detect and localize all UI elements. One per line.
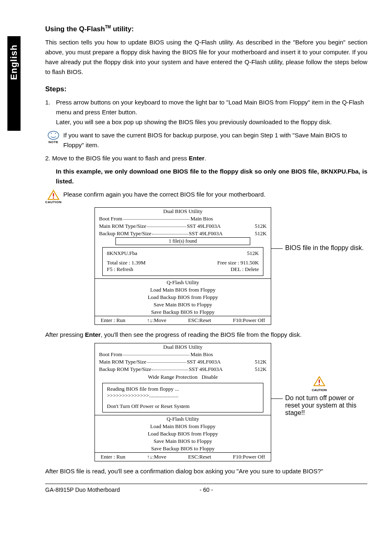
annotation-bios-file: BIOS file in the floppy disk. — [271, 244, 367, 252]
menu-save-backup-2[interactable]: Save Backup BIOS to Floppy — [95, 445, 271, 452]
progress-indicator: >>>>>>>>>>>>>>...................... — [107, 392, 259, 399]
after-read-text: After BIOS file is read, you'll see a co… — [45, 466, 367, 476]
caution-icon-2: CAUTION — [271, 376, 367, 392]
bios-title-2: Dual BIOS Utility — [95, 343, 271, 351]
menu-load-backup-2[interactable]: Load Backup BIOS from Floppy — [95, 430, 271, 438]
menu-save-main[interactable]: Save Main BIOS to Floppy — [95, 301, 271, 308]
page-footer: GA-8I915P Duo Motherboard - 60 - GA-8I91… — [45, 484, 367, 493]
bios-screen-2: Dual BIOS Utility Boot FromMain Bios Mai… — [95, 343, 271, 461]
annotation-caution-power: Do not turn off power or reset your syst… — [271, 394, 367, 417]
menu-load-backup[interactable]: Load Backup BIOS from Floppy — [95, 294, 271, 301]
footer-page-number: - 60 - — [120, 486, 293, 493]
svg-point-2 — [53, 197, 54, 199]
language-label: English — [9, 44, 19, 80]
menu-save-main-2[interactable]: Save Main BIOS to Floppy — [95, 438, 271, 445]
caution-icon: CAUTION — [45, 190, 62, 204]
bios-progress-box: Reading BIOS file from floppy ... >>>>>>… — [102, 383, 263, 412]
after-enter-text: After pressing Enter, you'll then see th… — [45, 330, 367, 340]
language-tab: English — [7, 36, 21, 131]
bios-title: Dual BIOS Utility — [95, 208, 271, 215]
example-note: In this example, we only download one BI… — [56, 167, 367, 186]
bios-file-row[interactable]: 8KNXPU.Fba 512K — [107, 250, 259, 257]
menu-load-main-2[interactable]: Load Main BIOS from Floppy — [95, 423, 271, 430]
intro-paragraph: This section tells you how to update BIO… — [45, 37, 367, 77]
steps-heading: Steps: — [45, 85, 367, 93]
footer-product: GA-8I915P Duo Motherboard — [45, 486, 120, 493]
svg-point-4 — [319, 384, 320, 385]
step-1: 1. Press arrow buttons on your keyboard … — [45, 97, 367, 127]
bios-screen-1: Dual BIOS Utility Boot FromMain Bios Mai… — [95, 207, 271, 325]
bios-file-list: 8KNXPU.Fba 512K Total size : 1.39M Free … — [102, 247, 263, 276]
step-2: 2. Move to the BIOS file you want to fla… — [45, 153, 367, 163]
note-icon: NOTE — [45, 130, 62, 144]
note-block: NOTE If you want to save the current BIO… — [45, 130, 367, 150]
popup-files-found: 1 file(s) found — [115, 237, 250, 245]
menu-save-backup[interactable]: Save Backup BIOS to Floppy — [95, 308, 271, 316]
section-heading-qflash: Using the Q-FlashTM utility: — [45, 25, 367, 33]
caution-block-1: CAUTION Please confirm again you have th… — [45, 190, 367, 204]
menu-load-main[interactable]: Load Main BIOS from Floppy — [95, 286, 271, 294]
svg-point-0 — [48, 131, 59, 139]
